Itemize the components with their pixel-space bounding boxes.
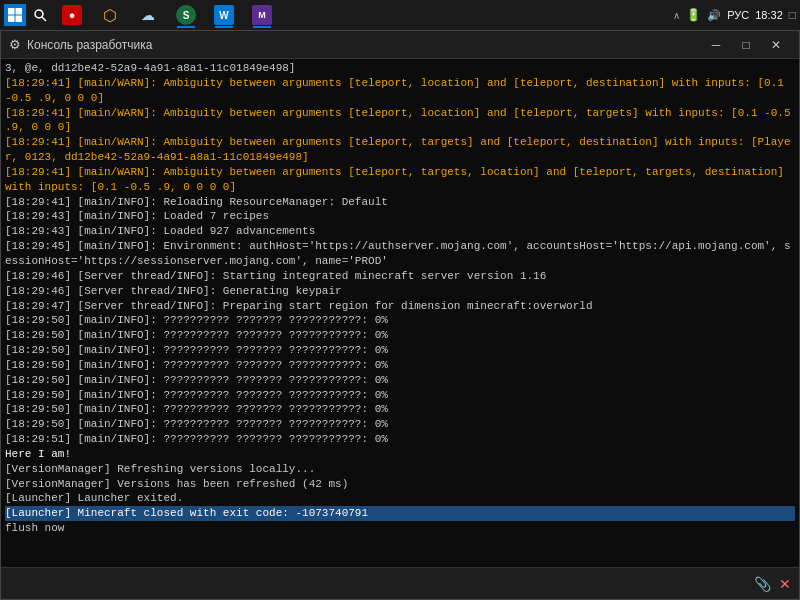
tray-time: 18:32: [755, 9, 783, 21]
taskbar: ● ⬡ ☁ S W M ∧ 🔋 🔊: [0, 0, 800, 30]
log-line: [18:29:50] [main/INFO]: ?????????? ?????…: [5, 402, 795, 417]
log-line: [18:29:50] [main/INFO]: ?????????? ?????…: [5, 328, 795, 343]
tray-volume[interactable]: 🔊: [707, 9, 721, 22]
log-line: [18:29:50] [main/INFO]: ?????????? ?????…: [5, 373, 795, 388]
log-line: [18:29:50] [main/INFO]: ?????????? ?????…: [5, 313, 795, 328]
log-line: [18:29:46] [Server thread/INFO]: Generat…: [5, 284, 795, 299]
svg-rect-1: [16, 8, 23, 15]
taskbar-app-5[interactable]: W: [206, 0, 242, 30]
log-line: Here I am!: [5, 447, 795, 462]
log-line: [18:29:41] [main/WARN]: Ambiguity betwee…: [5, 76, 795, 106]
svg-line-5: [42, 17, 46, 21]
log-line: [18:29:51] [main/INFO]: ?????????? ?????…: [5, 432, 795, 447]
log-line: [18:29:50] [main/INFO]: ?????????? ?????…: [5, 388, 795, 403]
log-line: [18:29:45] [main/INFO]: Environment: aut…: [5, 239, 795, 269]
tray-language[interactable]: РУС: [727, 9, 749, 21]
svg-rect-3: [16, 16, 23, 23]
search-icon[interactable]: [30, 5, 50, 25]
log-line: [18:29:41] [main/WARN]: Ambiguity betwee…: [5, 165, 795, 195]
svg-rect-0: [8, 8, 15, 15]
taskbar-app-4[interactable]: S: [168, 0, 204, 30]
footer-attachment-icon[interactable]: 📎: [754, 576, 771, 592]
maximize-button[interactable]: □: [731, 33, 761, 57]
taskbar-right: ∧ 🔋 🔊 РУС 18:32 □: [673, 8, 796, 22]
windows-start-icon[interactable]: [4, 4, 26, 26]
log-line: [Launcher] Launcher exited.: [5, 491, 795, 506]
log-line: [18:29:43] [main/INFO]: Loaded 7 recipes: [5, 209, 795, 224]
log-line: [18:29:41] [main/WARN]: Ambiguity betwee…: [5, 135, 795, 165]
taskbar-app-3[interactable]: ☁: [130, 0, 166, 30]
log-line: [18:29:43] [main/INFO]: Loaded 927 advan…: [5, 224, 795, 239]
taskbar-left: ● ⬡ ☁ S W M: [4, 0, 280, 30]
svg-point-4: [35, 10, 43, 18]
window-titlebar: ⚙ Консоль разработчика ─ □ ✕: [1, 31, 799, 59]
log-line: [18:29:50] [main/INFO]: ?????????? ?????…: [5, 358, 795, 373]
console-window-icon: ⚙: [9, 37, 21, 52]
log-line: [18:29:47] [Server thread/INFO]: Prepari…: [5, 299, 795, 314]
log-line: [18:29:41] [main/WARN]: Ambiguity betwee…: [5, 106, 795, 136]
tray-chevron[interactable]: ∧: [673, 10, 680, 21]
log-line: [18:29:46] [Server thread/INFO]: Startin…: [5, 269, 795, 284]
log-line: [18:29:50] [main/INFO]: ?????????? ?????…: [5, 417, 795, 432]
taskbar-app-2[interactable]: ⬡: [92, 0, 128, 30]
footer-close-icon[interactable]: ✕: [779, 576, 791, 592]
log-line: [18:29:50] [main/INFO]: ?????????? ?????…: [5, 343, 795, 358]
console-output[interactable]: 3, @e, dd12be42-52a9-4a91-a8a1-11c01849e…: [1, 59, 799, 567]
tray-battery: 🔋: [686, 8, 701, 22]
taskbar-tray: ∧ 🔋 🔊 РУС 18:32 □: [673, 8, 796, 22]
window-title-text: Консоль разработчика: [27, 38, 152, 52]
log-line: [18:29:41] [main/INFO]: Reloading Resour…: [5, 195, 795, 210]
console-window: ⚙ Консоль разработчика ─ □ ✕ 3, @e, dd12…: [0, 30, 800, 600]
taskbar-app-1[interactable]: ●: [54, 0, 90, 30]
log-line: flush now: [5, 521, 795, 536]
log-line: [VersionManager] Refreshing versions loc…: [5, 462, 795, 477]
window-controls: ─ □ ✕: [701, 33, 791, 57]
minimize-button[interactable]: ─: [701, 33, 731, 57]
close-button[interactable]: ✕: [761, 33, 791, 57]
log-line: 3, @e, dd12be42-52a9-4a91-a8a1-11c01849e…: [5, 61, 795, 76]
tray-notification[interactable]: □: [789, 8, 796, 22]
window-title-area: ⚙ Консоль разработчика: [9, 37, 152, 52]
log-line: [Launcher] Minecraft closed with exit co…: [5, 506, 795, 521]
taskbar-apps: ● ⬡ ☁ S W M: [54, 0, 280, 30]
console-footer: 📎 ✕: [1, 567, 799, 599]
taskbar-app-6[interactable]: M: [244, 0, 280, 30]
log-line: [VersionManager] Versions has been refre…: [5, 477, 795, 492]
svg-rect-2: [8, 16, 15, 23]
